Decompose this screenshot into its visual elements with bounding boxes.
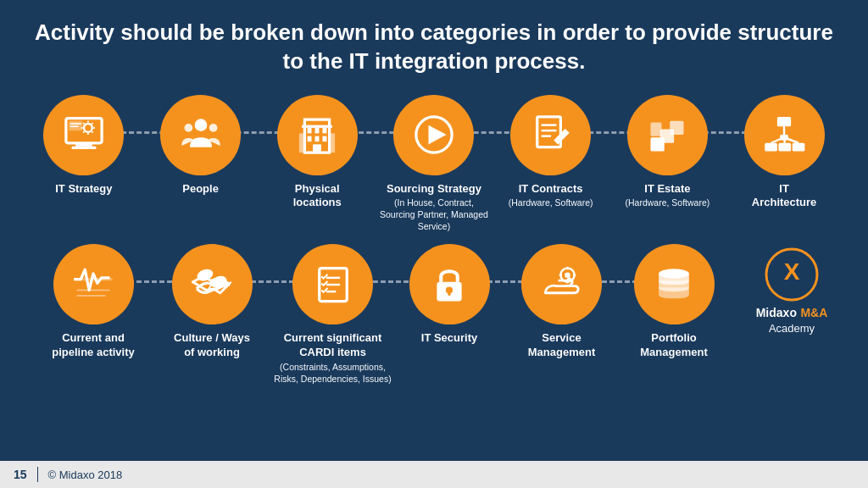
title-text: Activity should be broken down into cate…	[34, 19, 834, 76]
svg-point-17	[209, 124, 217, 132]
svg-rect-19	[302, 125, 332, 128]
svg-rect-21	[315, 128, 320, 134]
svg-line-9	[92, 131, 92, 132]
svg-rect-27	[299, 133, 305, 152]
circle-culture-ways	[172, 244, 253, 324]
layers-icon	[652, 263, 696, 307]
item-current-pipeline: Current andpipeline activity	[34, 244, 153, 360]
midaxo-logo-icon: X	[765, 247, 819, 302]
svg-line-11	[83, 131, 84, 132]
item-it-strategy: IT Strategy	[29, 95, 139, 197]
label-cardi-items: Current significantCARDI items (Constrai…	[271, 331, 394, 385]
checklist-icon	[311, 263, 355, 307]
item-it-security: IT Security	[394, 244, 504, 346]
blocks-icon	[645, 113, 689, 157]
svg-rect-20	[308, 128, 312, 134]
svg-rect-39	[651, 122, 662, 136]
label-sourcing-strategy: Sourcing Strategy (In House, Contract, S…	[379, 182, 489, 233]
midaxo-logo-section: X Midaxo M&A Academy	[741, 244, 843, 336]
item-it-contracts: IT Contracts (Hardware, Software)	[496, 95, 606, 210]
title-section: Activity should be broken down into cate…	[0, 0, 868, 85]
people-group-icon	[179, 113, 223, 157]
label-people: People	[182, 182, 219, 197]
label-current-pipeline: Current andpipeline activity	[52, 331, 135, 360]
network-icon	[762, 113, 806, 157]
title-line2: to the IT integration process.	[283, 48, 586, 74]
label-it-estate: IT Estate (Hardware, Software)	[625, 182, 709, 210]
monitor-gear-icon	[62, 113, 106, 157]
midaxo-brand-text: Midaxo M&A Academy	[756, 305, 828, 336]
contract-icon	[529, 113, 573, 157]
label-service-management: ServiceManagement	[528, 331, 595, 360]
circle-cardi-items	[292, 244, 373, 324]
svg-text:X: X	[784, 258, 800, 285]
hand-gear-icon	[540, 263, 584, 307]
svg-line-10	[92, 123, 92, 124]
midaxo-academy-text: Academy	[769, 322, 815, 335]
svg-rect-60	[448, 290, 450, 296]
label-it-contracts: IT Contracts (Hardware, Software)	[509, 182, 593, 210]
svg-rect-38	[670, 121, 684, 135]
pulse-icon	[71, 263, 115, 307]
icon-row-2: Current andpipeline activity	[17, 244, 851, 385]
padlock-icon	[427, 263, 471, 307]
svg-rect-26	[313, 144, 321, 152]
svg-rect-25	[323, 136, 327, 142]
svg-rect-1	[75, 143, 92, 147]
title-line1: Activity should be broken down into cate…	[35, 19, 833, 45]
building-icon	[295, 113, 339, 157]
svg-line-8	[83, 123, 84, 124]
icon-row-1: IT Strategy People	[17, 95, 851, 233]
circle-it-architecture	[744, 95, 825, 175]
circle-it-strategy	[43, 95, 124, 175]
circle-current-pipeline	[53, 244, 134, 324]
circle-service-management	[521, 244, 602, 324]
label-physical-locations: Physicallocations	[293, 182, 342, 211]
item-portfolio-management: PortfolioManagement	[619, 244, 729, 360]
footer-copyright: © Midaxo 2018	[48, 469, 123, 481]
label-it-architecture: ITArchitecture	[752, 182, 817, 211]
footer-page-number: 15	[14, 468, 27, 481]
circle-it-security	[409, 244, 490, 324]
svg-rect-24	[315, 136, 320, 142]
circle-it-contracts	[510, 95, 591, 175]
svg-rect-48	[780, 135, 788, 141]
item-cardi-items: Current significantCARDI items (Constrai…	[271, 244, 394, 385]
circle-physical-locations	[277, 95, 358, 175]
svg-rect-40	[777, 117, 791, 126]
rows-container: IT Strategy People	[0, 85, 868, 461]
svg-rect-28	[330, 133, 336, 152]
item-culture-ways: Culture / Waysof working	[153, 244, 271, 360]
row1-wrapper: IT Strategy People	[17, 92, 851, 236]
item-people: People	[146, 95, 256, 197]
label-culture-ways: Culture / Waysof working	[174, 331, 250, 360]
circle-it-estate	[627, 95, 708, 175]
item-it-architecture: ITArchitecture	[729, 95, 839, 211]
row2-wrapper: Current andpipeline activity	[17, 241, 851, 388]
svg-point-62	[565, 272, 570, 278]
svg-point-3	[84, 124, 92, 132]
circle-sourcing-strategy	[393, 95, 474, 175]
footer-bar: 15 © Midaxo 2018	[0, 461, 868, 488]
midaxo-ma-text: M&A	[800, 306, 827, 319]
midaxo-logo-circle-wrapper: X	[765, 247, 819, 302]
label-portfolio-management: PortfolioManagement	[640, 331, 707, 360]
item-physical-locations: Physicallocations	[262, 95, 372, 211]
play-button-icon	[412, 113, 456, 157]
circle-portfolio-management	[634, 244, 715, 324]
label-it-security: IT Security	[421, 331, 477, 346]
svg-point-15	[194, 119, 207, 131]
item-service-management: ServiceManagement	[504, 244, 619, 360]
label-it-strategy: IT Strategy	[55, 182, 112, 197]
item-it-estate: IT Estate (Hardware, Software)	[612, 95, 722, 210]
svg-rect-22	[323, 128, 327, 134]
svg-rect-23	[308, 136, 312, 142]
svg-rect-41	[765, 143, 777, 152]
main-container: Activity should be broken down into cate…	[0, 0, 868, 488]
handshake-icon	[190, 263, 234, 307]
svg-rect-2	[71, 147, 96, 149]
circle-people	[160, 95, 241, 175]
svg-rect-43	[793, 143, 805, 152]
svg-marker-30	[428, 125, 446, 145]
item-sourcing-strategy: Sourcing Strategy (In House, Contract, S…	[379, 95, 489, 233]
